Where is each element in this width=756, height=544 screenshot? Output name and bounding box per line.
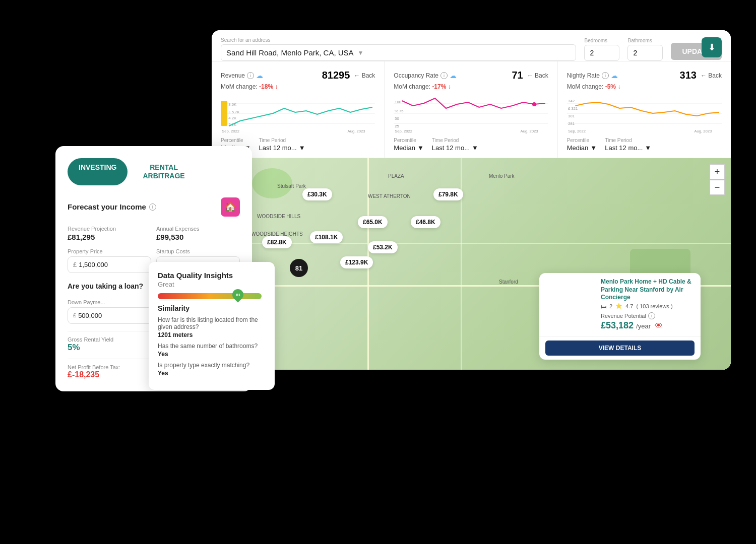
- gross-yield-label: Gross Rental Yield: [68, 336, 151, 343]
- svg-text:Aug, 2023: Aug, 2023: [694, 129, 712, 133]
- map-label-stanford: Stanford: [499, 279, 518, 285]
- dq-subtitle: Great: [158, 281, 266, 288]
- dq-row-2: Has the same number of bathrooms? Yes: [158, 343, 266, 358]
- main-panel: Search for an address Sand Hill Road, Me…: [212, 30, 731, 370]
- price-tag-7[interactable]: £53.2K: [368, 241, 398, 253]
- dq-score: 81: [236, 293, 240, 297]
- nightly-title: Nightly Rate i ☁: [567, 72, 618, 80]
- svg-point-13: [532, 102, 537, 106]
- map-label-menlo: Menlo Park: [489, 173, 515, 179]
- view-details-button[interactable]: VIEW DETAILS: [545, 341, 695, 356]
- stats-row: Revenue i ☁ 81295 ← Back MoM change: -18…: [212, 61, 731, 158]
- down-payment-input[interactable]: £ 500,000: [68, 307, 161, 324]
- forecast-row: Forecast your Income i 🏠: [68, 197, 240, 217]
- bedrooms-label: Bedrooms: [584, 38, 619, 43]
- svg-text:Sep, 2022: Sep, 2022: [222, 129, 239, 133]
- gross-yield-value: 5%: [68, 343, 151, 353]
- loan-label: Are you taking a loan?: [68, 282, 143, 290]
- revenue-projection: Revenue Projection £81,295: [68, 226, 151, 241]
- dq-row-3: Is property type exactly matching? Yes: [158, 362, 266, 377]
- occupancy-mom: MoM change: -17% ↓: [394, 83, 548, 90]
- nightly-cloud-icon: ☁: [611, 72, 618, 80]
- chevron-down-icon: ▼: [358, 49, 364, 56]
- tab-row: INVESTING RENTAL ARBITRAGE: [68, 158, 240, 185]
- svg-text:342: 342: [568, 99, 575, 103]
- download-button[interactable]: ⬇: [702, 37, 722, 57]
- svg-text:100: 100: [395, 100, 402, 104]
- nightly-percentile-select[interactable]: Median ▼: [567, 144, 597, 152]
- dq-a2: Yes: [158, 351, 266, 358]
- dq-q3: Is property type exactly matching?: [158, 362, 266, 369]
- svg-text:4.2K: 4.2K: [228, 116, 236, 120]
- listing-revenue-info-icon[interactable]: i: [648, 312, 655, 319]
- nightly-info-icon[interactable]: i: [602, 72, 609, 79]
- svg-rect-3: [221, 101, 227, 126]
- revenue-info-icon[interactable]: i: [247, 72, 254, 79]
- price-tag-1[interactable]: £30.3K: [302, 188, 332, 200]
- nightly-footer: Percentile Median ▼ Time Period Last 12 …: [567, 138, 722, 152]
- map-zoom-in-button[interactable]: +: [710, 164, 725, 179]
- property-price-input[interactable]: £ 1,500,000: [68, 256, 151, 273]
- down-payment-label: Down Payme...: [68, 299, 161, 305]
- listing-popup: Menlo Park Home + HD Cable & Parking Nea…: [539, 273, 701, 360]
- price-tag-2[interactable]: £79.8K: [433, 188, 463, 200]
- startup-costs-label: Startup Costs: [156, 248, 240, 254]
- occupancy-cloud-icon: ☁: [450, 72, 457, 80]
- revenue-expenses-row: Revenue Projection £81,295 Annual Expens…: [68, 226, 240, 241]
- price-tag-6[interactable]: £46.8K: [411, 216, 440, 228]
- occupancy-info-icon[interactable]: i: [440, 72, 448, 79]
- revenue-chart: Sep, 2022 Aug, 2023 8.6K £ 5.7K 4.2K 2.7…: [221, 93, 375, 133]
- svg-text:50: 50: [395, 116, 400, 121]
- dq-q1: How far is this listing located from the…: [158, 316, 266, 330]
- map-label-woodside-hills: WOODSIDE HILLS: [257, 214, 300, 219]
- revenue-back-link[interactable]: ← Back: [354, 72, 375, 79]
- svg-text:25: 25: [395, 124, 400, 128]
- revenue-period: Time Period Last 12 mo... ▼: [259, 138, 305, 152]
- forecast-title: Forecast your Income i: [68, 202, 156, 211]
- bedrooms-field: Bedrooms 2134: [584, 38, 619, 61]
- gross-yield: Gross Rental Yield 5%: [68, 336, 151, 353]
- revenue-card: Revenue i ☁ 81295 ← Back MoM change: -18…: [212, 61, 385, 158]
- price-tag-8[interactable]: £123.9K: [340, 256, 373, 268]
- occupancy-title: Occupancy Rate i ☁: [394, 72, 457, 80]
- dq-q2: Has the same number of bathrooms?: [158, 343, 266, 350]
- dq-a1: 1201 meters: [158, 331, 266, 338]
- svg-text:% 75: % 75: [395, 109, 404, 113]
- tab-rental[interactable]: RENTAL ARBITRAGE: [132, 158, 196, 185]
- occupancy-period-select[interactable]: Last 12 mo... ▼: [432, 144, 478, 152]
- price-tag-4[interactable]: £108.1K: [310, 231, 343, 243]
- forecast-info-icon[interactable]: i: [149, 203, 156, 211]
- revenue-period-select[interactable]: Last 12 mo... ▼: [259, 144, 305, 152]
- listing-title: Menlo Park Home + HD Cable & Parking Nea…: [601, 278, 695, 302]
- svg-text:Sep, 2022: Sep, 2022: [568, 129, 586, 133]
- map-controls: + −: [710, 164, 725, 195]
- listing-revenue-label: Revenue Potential i: [601, 312, 695, 319]
- map-score-pin[interactable]: 81: [290, 259, 308, 277]
- occupancy-footer: Percentile Median ▼ Time Period Last 12 …: [394, 138, 548, 152]
- occupancy-percentile-select[interactable]: Median ▼: [394, 144, 424, 152]
- search-input[interactable]: Sand Hill Road, Menlo Park, CA, USA ▼: [221, 44, 576, 61]
- nightly-back-link[interactable]: ← Back: [701, 72, 722, 79]
- bed-icon: 🛏: [601, 303, 606, 309]
- property-price-group: Property Price £ 1,500,000: [68, 248, 151, 273]
- bedrooms-select[interactable]: 2134: [584, 45, 619, 61]
- nightly-period-select[interactable]: Last 12 mo... ▼: [605, 144, 651, 152]
- svg-text:Sep, 2022: Sep, 2022: [395, 129, 413, 133]
- revenue-title: Revenue i ☁: [221, 72, 263, 80]
- bathrooms-select[interactable]: 2134: [627, 45, 663, 61]
- listing-eye-icon[interactable]: 👁: [655, 321, 663, 330]
- price-tag-5[interactable]: £65.0K: [358, 216, 388, 228]
- revenue-cloud-icon: ☁: [256, 72, 263, 80]
- dq-bar: 81: [158, 293, 262, 299]
- annual-expenses: Annual Expenses £99,530: [156, 226, 240, 241]
- bathrooms-label: Bathrooms: [627, 38, 663, 43]
- svg-text:£ 5.7K: £ 5.7K: [228, 110, 239, 114]
- tab-investing[interactable]: INVESTING: [68, 158, 128, 185]
- price-tag-3[interactable]: £82.8K: [262, 236, 292, 248]
- map-zoom-out-button[interactable]: −: [710, 180, 725, 195]
- occupancy-back-link[interactable]: ← Back: [527, 72, 548, 79]
- occupancy-card: Occupancy Rate i ☁ 71 ← Back MoM change:…: [385, 61, 557, 158]
- revenue-projection-value: £81,295: [68, 233, 151, 241]
- net-profit-label: Net Profit Before Tax:: [68, 364, 151, 370]
- svg-text:281: 281: [568, 121, 575, 126]
